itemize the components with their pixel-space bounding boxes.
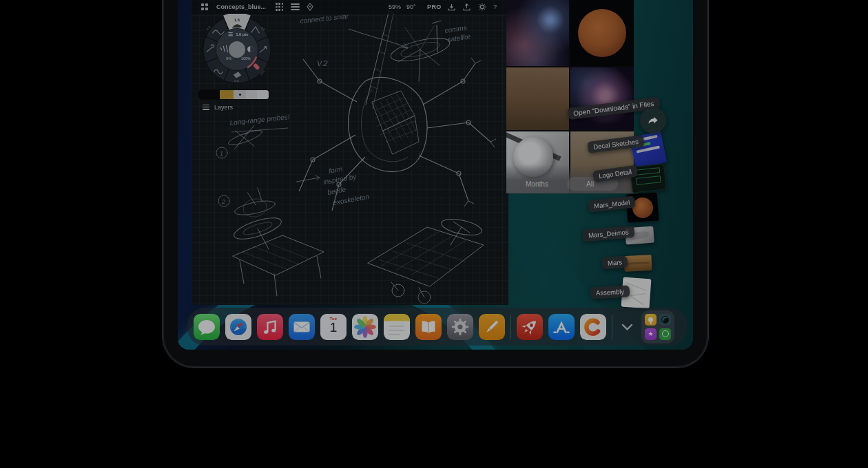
ipad-device: connect to solar comms satellite V.2 Lon… xyxy=(163,0,708,368)
mail-icon xyxy=(289,314,315,340)
stack-button[interactable] xyxy=(291,0,300,14)
dock-app-music[interactable] xyxy=(257,314,283,340)
logo-outline xyxy=(635,167,661,176)
mars-planet xyxy=(578,9,626,57)
dock-app-app-store[interactable] xyxy=(548,314,575,340)
hamburger-icon xyxy=(203,103,209,111)
camera-mini-icon xyxy=(659,314,671,326)
share-up-icon xyxy=(463,3,471,11)
dock: Tue 1 xyxy=(187,308,687,345)
star-mini-icon: ★ xyxy=(645,328,657,340)
segment-all[interactable]: All xyxy=(586,180,594,188)
segment-months[interactable]: Months xyxy=(526,180,548,188)
concepts-c-icon xyxy=(580,314,606,340)
dock-app-concepts[interactable] xyxy=(580,314,606,340)
swatch-lightest-gray[interactable] xyxy=(257,90,269,99)
photos-panel: Months All xyxy=(506,0,634,193)
dock-app-books[interactable] xyxy=(415,314,442,340)
app-store-icon xyxy=(548,314,575,340)
annotation-comms-2: satellite xyxy=(447,32,472,43)
dock-app-settings[interactable] xyxy=(447,314,473,340)
music-icon xyxy=(257,314,283,340)
annotation-num-2: 2 xyxy=(221,198,225,205)
annotation-version: V.2 xyxy=(317,59,328,67)
dock-app-mail[interactable] xyxy=(289,314,315,340)
mars-streak xyxy=(626,262,650,265)
forward-arrow-icon xyxy=(645,113,661,128)
assembly-line xyxy=(631,296,644,305)
export-button[interactable] xyxy=(463,0,471,14)
layers-stack-icon xyxy=(291,3,300,12)
logo-outline xyxy=(636,176,661,185)
drag-label-mars[interactable]: Mars xyxy=(601,256,628,270)
swatch-gold[interactable] xyxy=(220,90,234,99)
concepts-canvas[interactable]: connect to solar comms satellite V.2 Lon… xyxy=(192,0,508,305)
dock-app-calendar[interactable]: Tue 1 xyxy=(320,314,347,340)
books-icon xyxy=(415,314,442,340)
tool-size-marker: 6.8 xyxy=(234,79,239,83)
dock-app-rocket[interactable] xyxy=(517,314,543,340)
annotation-inspired-1: form xyxy=(328,165,343,175)
tips-mini-icon xyxy=(645,314,657,326)
photo-thumb-mars-globe[interactable] xyxy=(570,0,634,66)
import-button[interactable] xyxy=(448,0,455,14)
dock-app-safari[interactable] xyxy=(225,314,251,340)
grid-2x2-icon xyxy=(201,3,208,10)
annotation-num-1: 1 xyxy=(220,150,223,157)
app-library-tile[interactable]: ★ xyxy=(641,310,674,343)
import-tray-icon xyxy=(448,3,455,11)
photo-thumb-horsehead-nebula[interactable] xyxy=(506,0,569,66)
clock-mini-icon xyxy=(659,328,671,340)
tool-wheel-knob[interactable] xyxy=(229,41,245,58)
swatch-black[interactable] xyxy=(199,90,220,99)
annotation-inspired-2: inspired by xyxy=(322,173,358,186)
annotation-probes: Long-range probes! xyxy=(229,113,290,127)
calendar-day: 1 xyxy=(320,320,347,335)
stroke-size-label: 1.6 pts xyxy=(236,32,248,36)
document-title[interactable]: Concepts_blue... xyxy=(216,0,266,14)
messages-icon xyxy=(194,314,220,340)
swatch-lighter-gray[interactable] xyxy=(246,90,257,99)
settings-button[interactable] xyxy=(478,0,486,14)
gear-icon xyxy=(478,3,486,11)
dock-app-photos[interactable] xyxy=(352,314,378,340)
settings-gear-icon xyxy=(447,314,473,340)
help-button[interactable]: ? xyxy=(493,0,497,14)
min-value: 0% xyxy=(226,56,231,61)
dock-app-messages[interactable] xyxy=(194,314,220,340)
dock-divider xyxy=(510,315,511,339)
max-value: 100% xyxy=(241,56,251,61)
swatch-light-gray[interactable] xyxy=(234,90,246,99)
dock-divider xyxy=(612,315,612,339)
workspace-grid-button[interactable] xyxy=(201,0,208,14)
pen-mode-button[interactable] xyxy=(306,0,314,14)
safari-icon xyxy=(225,314,251,340)
share-forward-button[interactable] xyxy=(640,107,666,134)
annotation-inspired-4: exoskeleton xyxy=(332,193,370,206)
grid-3x3-dots-icon xyxy=(276,3,283,10)
zoom-level[interactable]: 59% xyxy=(389,0,401,14)
pages-pen-icon xyxy=(479,314,505,340)
color-swatch-bar[interactable] xyxy=(199,90,269,99)
concepts-toolbar: Concepts_blue... 59% 90° PRO ? xyxy=(192,0,508,14)
notes-icon xyxy=(384,314,410,340)
pen-nib-icon xyxy=(306,3,314,11)
photos-flower-icon xyxy=(352,314,378,340)
photo-thumb-orion-nebula[interactable] xyxy=(570,67,634,130)
layers-label: Layers xyxy=(214,104,233,111)
tool-wheel[interactable]: 1.3 3.5 14.5 6.8 1.6 1.6 pts 0% 100% xyxy=(201,14,273,85)
drag-label-assembly[interactable]: Assembly xyxy=(590,286,630,299)
dock-app-notes[interactable] xyxy=(384,314,410,340)
dock-app-pages[interactable] xyxy=(479,314,505,340)
gallery-button[interactable] xyxy=(276,0,283,14)
rocket-icon xyxy=(517,314,543,340)
active-tool-size: 1.6 xyxy=(234,18,240,22)
rotation-value[interactable]: 90° xyxy=(406,0,416,14)
drag-thumb-mars[interactable] xyxy=(623,255,652,272)
annotation-inspired-3: beetle xyxy=(327,185,347,196)
photo-thumb-desert-dunes[interactable] xyxy=(506,67,569,130)
layers-panel-toggle[interactable]: Layers xyxy=(203,103,233,111)
chevron-down-button[interactable] xyxy=(618,314,636,340)
pro-badge[interactable]: PRO xyxy=(427,0,442,14)
selected-swatch-dot xyxy=(239,94,241,96)
